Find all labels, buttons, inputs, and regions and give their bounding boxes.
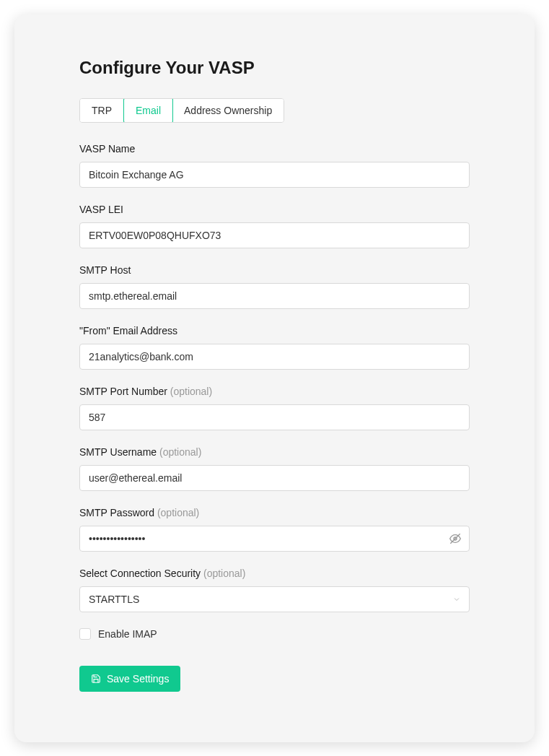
optional-smtp-username: (optional) bbox=[159, 446, 201, 458]
config-card: Configure Your VASP TRP Email Address Ow… bbox=[14, 14, 535, 742]
field-vasp-lei: VASP LEI bbox=[79, 204, 470, 248]
select-wrapper: STARTTLS bbox=[79, 586, 470, 612]
input-smtp-password[interactable] bbox=[79, 526, 470, 552]
input-vasp-lei[interactable] bbox=[79, 222, 470, 248]
input-smtp-port[interactable] bbox=[79, 404, 470, 430]
label-enable-imap: Enable IMAP bbox=[98, 628, 157, 640]
optional-smtp-port: (optional) bbox=[170, 386, 212, 397]
label-connection-security: Select Connection Security (optional) bbox=[79, 568, 470, 579]
input-smtp-host[interactable] bbox=[79, 283, 470, 309]
input-from-email[interactable] bbox=[79, 344, 470, 370]
tab-address-ownership[interactable]: Address Ownership bbox=[172, 99, 284, 122]
checkbox-enable-imap[interactable] bbox=[79, 628, 91, 640]
field-connection-security: Select Connection Security (optional) ST… bbox=[79, 568, 470, 612]
field-smtp-host: SMTP Host bbox=[79, 264, 470, 309]
label-text-connection-security: Select Connection Security bbox=[79, 568, 201, 579]
save-button-label: Save Settings bbox=[107, 673, 169, 685]
label-smtp-port: SMTP Port Number (optional) bbox=[79, 386, 470, 397]
optional-smtp-password: (optional) bbox=[157, 507, 199, 518]
input-vasp-name[interactable] bbox=[79, 162, 470, 188]
field-smtp-username: SMTP Username (optional) bbox=[79, 446, 470, 491]
label-vasp-name: VASP Name bbox=[79, 143, 470, 155]
tab-email[interactable]: Email bbox=[123, 98, 173, 123]
save-button[interactable]: Save Settings bbox=[79, 666, 180, 692]
label-text-smtp-username: SMTP Username bbox=[79, 446, 157, 458]
label-smtp-username: SMTP Username (optional) bbox=[79, 446, 470, 458]
field-smtp-port: SMTP Port Number (optional) bbox=[79, 386, 470, 430]
input-smtp-username[interactable] bbox=[79, 465, 470, 491]
save-icon bbox=[91, 674, 101, 684]
field-smtp-password: SMTP Password (optional) bbox=[79, 507, 470, 552]
label-vasp-lei: VASP LEI bbox=[79, 204, 470, 215]
password-wrapper bbox=[79, 526, 470, 552]
tab-trp[interactable]: TRP bbox=[80, 99, 124, 122]
field-vasp-name: VASP Name bbox=[79, 143, 470, 188]
field-from-email: "From" Email Address bbox=[79, 325, 470, 370]
select-connection-security[interactable]: STARTTLS bbox=[79, 586, 470, 612]
tabs: TRP Email Address Ownership bbox=[79, 98, 284, 123]
label-from-email: "From" Email Address bbox=[79, 325, 470, 336]
eye-off-icon[interactable] bbox=[449, 533, 461, 544]
label-smtp-host: SMTP Host bbox=[79, 264, 470, 276]
label-smtp-password: SMTP Password (optional) bbox=[79, 507, 470, 518]
field-enable-imap: Enable IMAP bbox=[79, 628, 470, 640]
page-title: Configure Your VASP bbox=[79, 58, 470, 78]
label-text-smtp-password: SMTP Password bbox=[79, 507, 154, 518]
optional-connection-security: (optional) bbox=[203, 568, 245, 579]
label-text-smtp-port: SMTP Port Number bbox=[79, 386, 167, 397]
